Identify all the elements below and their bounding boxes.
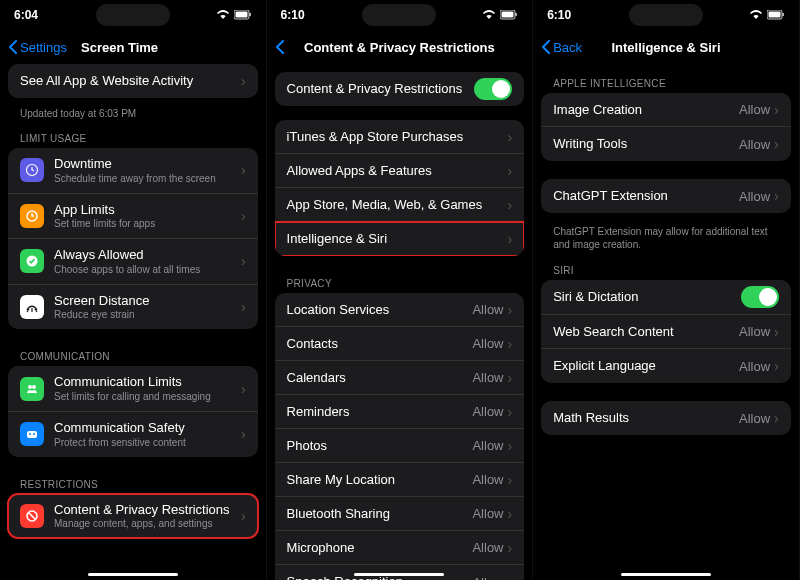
writing-tools-row[interactable]: Writing ToolsAllow› <box>541 127 791 161</box>
row-label: Screen Distance <box>54 293 241 309</box>
content-privacy-toggle[interactable] <box>474 78 512 100</box>
phone-intelligence-siri: 6:10 Back Intelligence & Siri APPLE INTE… <box>533 0 800 580</box>
status-icons <box>482 10 518 20</box>
content-privacy-restrictions-row[interactable]: Content & Privacy RestrictionsManage con… <box>8 494 258 539</box>
always-allowed-row[interactable]: Always AllowedChoose apps to allow at al… <box>8 239 258 285</box>
row-value: Allow <box>472 370 503 385</box>
row-sub: Choose apps to allow at all times <box>54 264 241 276</box>
row-label: Bluetooth Sharing <box>287 506 473 522</box>
image-creation-row[interactable]: Image CreationAllow› <box>541 93 791 127</box>
chevron-right-icon: › <box>241 253 246 269</box>
communication-safety-row[interactable]: Communication SafetyProtect from sensiti… <box>8 412 258 457</box>
downtime-row[interactable]: DowntimeSchedule time away from the scre… <box>8 148 258 194</box>
row-label: Image Creation <box>553 102 739 118</box>
home-indicator[interactable] <box>621 573 711 576</box>
row-label: Explicit Language <box>553 358 739 374</box>
row-sub: Set limits for calling and messaging <box>54 391 241 403</box>
row-label: iTunes & App Store Purchases <box>287 129 508 145</box>
chevron-right-icon: › <box>241 299 246 315</box>
updated-label: Updated today at 6:03 PM <box>8 106 258 119</box>
content-privacy-toggle-row[interactable]: Content & Privacy Restrictions <box>275 72 525 106</box>
row-label: Siri & Dictation <box>553 289 741 305</box>
row-label: Math Results <box>553 410 739 426</box>
chevron-right-icon: › <box>774 324 779 340</box>
svg-rect-17 <box>782 13 783 16</box>
row-value: Allow <box>472 302 503 317</box>
chevron-right-icon: › <box>508 302 513 318</box>
chevron-right-icon: › <box>774 358 779 374</box>
row-label: Web Search Content <box>553 324 739 340</box>
row-value: Allow <box>472 506 503 521</box>
row-value: Allow <box>739 411 770 426</box>
communication-limits-row[interactable]: Communication LimitsSet limits for calli… <box>8 366 258 412</box>
allowed-apps-row[interactable]: Allowed Apps & Features › <box>275 154 525 188</box>
math-results-row[interactable]: Math ResultsAllow› <box>541 401 791 435</box>
photos-row[interactable]: PhotosAllow› <box>275 429 525 463</box>
chevron-right-icon: › <box>508 370 513 386</box>
chevron-right-icon: › <box>508 231 513 247</box>
home-indicator[interactable] <box>88 573 178 576</box>
row-label: Location Services <box>287 302 473 318</box>
status-bar: 6:10 <box>267 0 533 30</box>
section-communication: COMMUNICATION <box>8 337 258 366</box>
svg-point-6 <box>28 385 32 389</box>
back-button[interactable]: Back <box>541 40 582 55</box>
back-label: Back <box>553 40 582 55</box>
status-bar: 6:04 <box>0 0 266 30</box>
intelligence-siri-row[interactable]: Intelligence & Siri › <box>275 222 525 256</box>
section-siri: SIRI <box>541 251 791 280</box>
app-limits-row[interactable]: App LimitsSet time limits for apps › <box>8 194 258 240</box>
page-title: Intelligence & Siri <box>611 40 720 55</box>
chevron-right-icon: › <box>508 129 513 145</box>
home-indicator[interactable] <box>354 573 444 576</box>
row-sub: Protect from sensitive content <box>54 437 241 449</box>
chevron-right-icon: › <box>508 438 513 454</box>
back-button[interactable] <box>275 40 285 54</box>
siri-dictation-toggle[interactable] <box>741 286 779 308</box>
comm-limits-icon <box>20 377 44 401</box>
screen-distance-row[interactable]: Screen DistanceReduce eye strain › <box>8 285 258 330</box>
see-all-activity-row[interactable]: See All App & Website Activity › <box>8 64 258 98</box>
row-label: See All App & Website Activity <box>20 73 241 89</box>
web-search-row[interactable]: Web Search ContentAllow› <box>541 315 791 349</box>
chevron-right-icon: › <box>241 208 246 224</box>
svg-rect-1 <box>235 12 247 18</box>
nav-bar: Settings Screen Time <box>0 30 266 64</box>
svg-rect-13 <box>502 12 514 18</box>
row-sub: Reduce eye strain <box>54 309 241 321</box>
downtime-icon <box>20 158 44 182</box>
row-value: Allow <box>472 472 503 487</box>
siri-dictation-row[interactable]: Siri & Dictation <box>541 280 791 315</box>
chatgpt-extension-row[interactable]: ChatGPT ExtensionAllow› <box>541 179 791 213</box>
back-button[interactable]: Settings <box>8 40 67 55</box>
page-title: Screen Time <box>81 40 158 55</box>
row-label: Writing Tools <box>553 136 739 152</box>
app-store-media-row[interactable]: App Store, Media, Web, & Games › <box>275 188 525 222</box>
row-value: Allow <box>739 137 770 152</box>
chevron-right-icon: › <box>508 472 513 488</box>
svg-rect-14 <box>516 13 517 16</box>
page-title: Content & Privacy Restrictions <box>304 40 495 55</box>
share-location-row[interactable]: Share My LocationAllow› <box>275 463 525 497</box>
nav-bar: Content & Privacy Restrictions <box>267 30 533 64</box>
section-limit-usage: LIMIT USAGE <box>8 119 258 148</box>
explicit-language-row[interactable]: Explicit LanguageAllow› <box>541 349 791 383</box>
chevron-right-icon: › <box>508 404 513 420</box>
row-label: Content & Privacy Restrictions <box>54 502 241 518</box>
svg-point-10 <box>33 433 35 435</box>
bluetooth-row[interactable]: Bluetooth SharingAllow› <box>275 497 525 531</box>
svg-point-7 <box>32 385 36 389</box>
location-services-row[interactable]: Location ServicesAllow› <box>275 293 525 327</box>
chevron-right-icon: › <box>774 136 779 152</box>
itunes-purchases-row[interactable]: iTunes & App Store Purchases › <box>275 120 525 154</box>
calendars-row[interactable]: CalendarsAllow› <box>275 361 525 395</box>
row-value: Allow <box>472 336 503 351</box>
reminders-row[interactable]: RemindersAllow› <box>275 395 525 429</box>
phone-content-privacy: 6:10 Content & Privacy Restrictions Cont… <box>267 0 534 580</box>
row-label: Allowed Apps & Features <box>287 163 508 179</box>
row-value: Allow <box>472 575 503 581</box>
microphone-row[interactable]: MicrophoneAllow› <box>275 531 525 565</box>
chevron-right-icon: › <box>508 336 513 352</box>
contacts-row[interactable]: ContactsAllow› <box>275 327 525 361</box>
row-value: Allow <box>739 189 770 204</box>
